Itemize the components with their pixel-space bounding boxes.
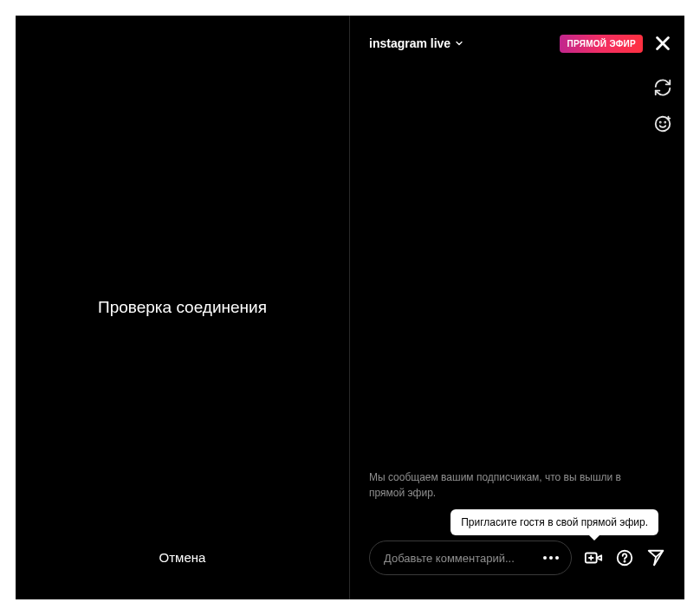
invite-tooltip: Пригласите гостя в свой прямой эфир. (450, 509, 658, 535)
close-icon (653, 34, 672, 53)
bottom-area: Мы сообщаем вашим подписчикам, что вы вы… (350, 470, 684, 599)
chevron-down-icon (454, 38, 464, 49)
svg-point-8 (549, 556, 553, 560)
more-icon (542, 555, 560, 560)
cancel-button[interactable]: Отмена (16, 550, 349, 565)
send-icon (646, 548, 665, 567)
input-row (369, 541, 665, 575)
stream-title-dropdown[interactable]: instagram live (369, 36, 464, 50)
face-filter-button[interactable] (653, 114, 672, 133)
notice-text: Мы сообщаем вашим подписчикам, что вы вы… (369, 470, 665, 501)
svg-point-3 (660, 122, 661, 123)
comment-input[interactable] (384, 552, 540, 565)
svg-point-15 (624, 561, 625, 562)
right-pane: instagram live ПРЯМОЙ ЭФИР (350, 16, 684, 599)
svg-point-4 (664, 122, 665, 123)
close-button[interactable] (653, 34, 672, 53)
invite-guest-button[interactable] (584, 548, 603, 567)
header: instagram live ПРЯМОЙ ЭФИР (350, 16, 684, 59)
add-camera-icon (584, 548, 603, 567)
face-filter-icon (653, 114, 672, 133)
more-options-button[interactable] (540, 550, 562, 566)
camera-switch-icon (653, 78, 672, 97)
question-button[interactable] (615, 548, 634, 567)
side-controls (653, 78, 672, 133)
connection-status: Проверка соединения (98, 298, 267, 317)
svg-point-7 (543, 556, 547, 560)
send-button[interactable] (646, 548, 665, 567)
question-icon (615, 548, 634, 567)
camera-switch-button[interactable] (653, 78, 672, 97)
app-root: Проверка соединения Отмена instagram liv… (16, 16, 684, 599)
comment-pill (369, 541, 572, 575)
svg-point-9 (555, 556, 559, 560)
left-pane: Проверка соединения Отмена (16, 16, 350, 599)
stream-title: instagram live (369, 36, 450, 50)
live-badge: ПРЯМОЙ ЭФИР (560, 35, 643, 53)
